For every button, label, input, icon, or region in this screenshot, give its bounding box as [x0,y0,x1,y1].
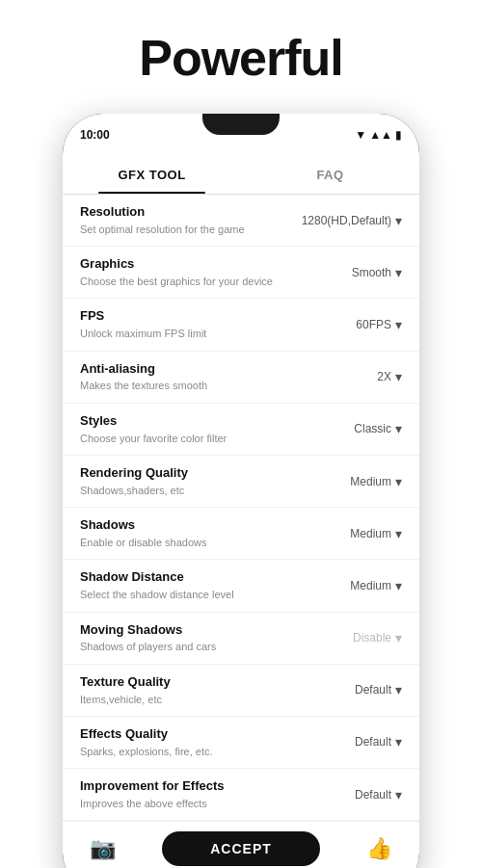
tab-faq[interactable]: FAQ [241,156,419,194]
setting-left-rendering-quality: Rendering Quality Shadows,shaders, etc [80,465,350,497]
setting-row-effects-quality[interactable]: Effects Quality Sparks, explosions, fire… [63,717,419,769]
setting-value-shadows: Medium [350,527,391,540]
setting-desc-effects-quality: Sparks, explosions, fire, etc. [80,745,345,758]
setting-value-fps: 60FPS [356,318,391,331]
dropdown-arrow-graphics[interactable]: ▾ [395,265,402,280]
setting-value-resolution: 1280(HD,Default) [302,214,391,227]
settings-list: Resolution Set optimal resolution for th… [63,195,419,821]
status-time: 10:00 [80,128,110,142]
setting-value-improvement-effects: Default [355,788,391,802]
setting-desc-rendering-quality: Shadows,shaders, etc [80,484,340,497]
setting-left-improvement-effects: Improvement for Effects Improves the abo… [80,778,355,810]
setting-row-shadows[interactable]: Shadows Enable or disable shadows Medium… [63,508,419,560]
setting-right-rendering-quality: Medium ▾ [350,474,402,489]
setting-value-effects-quality: Default [355,735,391,749]
setting-label-improvement-effects: Improvement for Effects [80,778,345,795]
dropdown-arrow-rendering-quality[interactable]: ▾ [395,474,402,489]
setting-right-shadows: Medium ▾ [350,526,402,541]
setting-right-graphics: Smooth ▾ [352,265,402,280]
dropdown-arrow-moving-shadows[interactable]: ▾ [395,630,402,645]
setting-row-texture-quality[interactable]: Texture Quality Items,vehicle, etc Defau… [63,665,419,717]
setting-left-styles: Styles Choose your favorite color filter [80,413,354,445]
dropdown-arrow-resolution[interactable]: ▾ [395,213,402,228]
setting-desc-moving-shadows: Shadows of players and cars [80,640,343,653]
setting-row-fps[interactable]: FPS Unlock maximum FPS limit 60FPS ▾ [63,299,419,351]
setting-left-effects-quality: Effects Quality Sparks, explosions, fire… [80,726,355,758]
setting-row-resolution[interactable]: Resolution Set optimal resolution for th… [63,195,419,247]
setting-row-moving-shadows[interactable]: Moving Shadows Shadows of players and ca… [63,613,419,665]
setting-label-graphics: Graphics [80,256,342,273]
setting-desc-graphics: Choose the best graphics for your device [80,275,342,288]
setting-right-texture-quality: Default ▾ [355,682,402,697]
dropdown-arrow-styles[interactable]: ▾ [395,421,402,436]
setting-label-effects-quality: Effects Quality [80,726,345,743]
setting-left-graphics: Graphics Choose the best graphics for yo… [80,256,352,288]
setting-value-shadow-distance: Medium [350,579,391,592]
setting-label-fps: FPS [80,308,346,325]
setting-value-graphics: Smooth [352,266,391,279]
setting-label-texture-quality: Texture Quality [80,674,345,691]
dropdown-arrow-texture-quality[interactable]: ▾ [395,682,402,697]
setting-row-rendering-quality[interactable]: Rendering Quality Shadows,shaders, etc M… [63,456,419,508]
setting-label-shadow-distance: Shadow Distance [80,569,340,586]
setting-label-anti-aliasing: Anti-aliasing [80,361,367,378]
setting-left-texture-quality: Texture Quality Items,vehicle, etc [80,674,355,706]
setting-desc-shadows: Enable or disable shadows [80,536,340,549]
status-bar: 10:00 ▼ ▲▲ ▮ [63,114,419,156]
accept-button[interactable]: ACCEPT [162,831,320,866]
setting-value-rendering-quality: Medium [350,475,391,488]
setting-desc-improvement-effects: Improves the above effects [80,797,345,810]
setting-right-resolution: 1280(HD,Default) ▾ [302,213,402,228]
setting-desc-anti-aliasing: Makes the textures smooth [80,379,367,392]
setting-desc-shadow-distance: Select the shadow distance level [80,588,340,601]
setting-desc-fps: Unlock maximum FPS limit [80,327,346,340]
setting-left-anti-aliasing: Anti-aliasing Makes the textures smooth [80,361,377,393]
setting-right-improvement-effects: Default ▾ [355,787,402,802]
bottom-bar: 📷 ACCEPT 👍 [63,821,419,868]
setting-value-anti-aliasing: 2X [377,370,391,383]
setting-left-fps: FPS Unlock maximum FPS limit [80,308,356,340]
battery-icon: ▮ [395,128,402,142]
setting-value-texture-quality: Default [355,683,391,697]
setting-right-anti-aliasing: 2X ▾ [377,369,402,384]
dropdown-arrow-anti-aliasing[interactable]: ▾ [395,369,402,384]
setting-value-styles: Classic [354,422,391,435]
setting-left-moving-shadows: Moving Shadows Shadows of players and ca… [80,622,353,654]
dropdown-arrow-fps[interactable]: ▾ [395,317,402,332]
setting-desc-resolution: Set optimal resolution for the game [80,223,292,236]
setting-label-shadows: Shadows [80,517,340,534]
dropdown-arrow-improvement-effects[interactable]: ▾ [395,787,402,802]
signal-icon: ▲▲ [369,128,392,142]
status-icons: ▼ ▲▲ ▮ [355,128,402,142]
setting-value-moving-shadows: Disable [353,631,391,644]
phone-screen: GFX TOOL FAQ Resolution Set optimal reso… [63,156,419,821]
notch [202,114,280,135]
setting-row-anti-aliasing[interactable]: Anti-aliasing Makes the textures smooth … [63,352,419,404]
tabs: GFX TOOL FAQ [63,156,419,195]
setting-right-effects-quality: Default ▾ [355,734,402,750]
dropdown-arrow-shadow-distance[interactable]: ▾ [395,578,402,593]
like-icon[interactable]: 👍 [366,836,392,861]
setting-left-shadows: Shadows Enable or disable shadows [80,517,350,549]
setting-label-rendering-quality: Rendering Quality [80,465,340,482]
setting-desc-styles: Choose your favorite color filter [80,432,344,445]
setting-label-resolution: Resolution [80,204,292,221]
setting-left-shadow-distance: Shadow Distance Select the shadow distan… [80,569,350,601]
setting-right-fps: 60FPS ▾ [356,317,402,332]
setting-right-shadow-distance: Medium ▾ [350,578,402,593]
dropdown-arrow-effects-quality[interactable]: ▾ [395,734,402,750]
setting-row-improvement-effects[interactable]: Improvement for Effects Improves the abo… [63,769,419,821]
setting-label-moving-shadows: Moving Shadows [80,622,343,639]
page-title: Powerful [139,29,343,87]
wifi-icon: ▼ [355,128,366,142]
setting-row-graphics[interactable]: Graphics Choose the best graphics for yo… [63,247,419,299]
setting-right-moving-shadows: Disable ▾ [353,630,402,645]
phone-shell: 10:00 ▼ ▲▲ ▮ GFX TOOL FAQ [63,114,419,868]
setting-row-styles[interactable]: Styles Choose your favorite color filter… [63,404,419,456]
setting-right-styles: Classic ▾ [354,421,402,436]
instagram-icon[interactable]: 📷 [90,836,116,861]
tab-gfx-tool[interactable]: GFX TOOL [63,156,241,194]
page-wrapper: Powerful 10:00 ▼ ▲▲ ▮ GFX TOOL FAQ [0,0,482,868]
setting-row-shadow-distance[interactable]: Shadow Distance Select the shadow distan… [63,560,419,612]
dropdown-arrow-shadows[interactable]: ▾ [395,526,402,541]
